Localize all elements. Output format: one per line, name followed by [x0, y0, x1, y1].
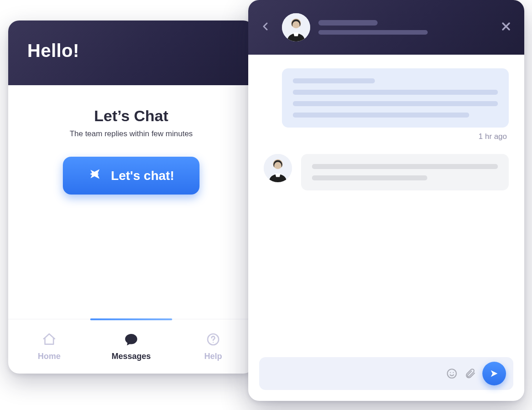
send-icon	[88, 168, 101, 184]
message-bubble	[301, 154, 509, 190]
emoji-button[interactable]	[446, 368, 458, 379]
text-skeleton	[312, 175, 427, 180]
svg-point-7	[450, 372, 451, 373]
nav-active-indicator	[90, 318, 172, 320]
chat-subtitle-skeleton	[318, 30, 428, 35]
svg-point-8	[453, 372, 454, 373]
nav-label: Help	[204, 352, 222, 361]
chat-bubble-icon	[124, 332, 138, 349]
attachment-button[interactable]	[464, 368, 476, 379]
svg-point-3	[213, 342, 214, 343]
welcome-body: Let’s Chat The team replies within few m…	[8, 85, 254, 319]
bottom-nav: Home Messages Help	[8, 319, 254, 374]
welcome-header: Hello!	[8, 20, 254, 85]
send-button[interactable]	[482, 362, 506, 385]
nav-item-help[interactable]: Help	[172, 319, 254, 374]
message-input[interactable]	[269, 369, 440, 378]
back-button[interactable]	[260, 21, 274, 34]
chat-window: 1 hr ago	[248, 0, 524, 401]
nav-label: Messages	[112, 352, 151, 361]
agent-avatar	[264, 154, 292, 182]
svg-point-6	[447, 369, 456, 378]
chat-header	[248, 0, 524, 55]
text-skeleton	[293, 101, 498, 106]
text-skeleton	[312, 164, 498, 169]
message-outgoing	[282, 68, 509, 128]
text-skeleton	[293, 113, 469, 118]
home-icon	[42, 332, 56, 349]
lets-chat-label: Let's chat!	[111, 169, 174, 183]
greeting-title: Hello!	[27, 41, 235, 61]
text-skeleton	[293, 90, 498, 95]
chat-title-block	[318, 20, 491, 35]
message-timestamp: 1 hr ago	[264, 132, 507, 141]
message-incoming	[264, 154, 509, 190]
text-skeleton	[293, 78, 375, 83]
chat-title-skeleton	[318, 20, 378, 26]
chat-body: 1 hr ago	[248, 55, 524, 351]
question-circle-icon	[206, 332, 220, 349]
agent-avatar	[282, 13, 310, 41]
nav-item-home[interactable]: Home	[8, 319, 90, 374]
nav-item-messages[interactable]: Messages	[90, 319, 172, 374]
welcome-card: Hello! Let’s Chat The team replies withi…	[8, 20, 254, 374]
close-button[interactable]	[500, 20, 512, 35]
nav-label: Home	[38, 352, 61, 361]
lets-chat-button[interactable]: Let's chat!	[63, 157, 200, 195]
message-bubble	[282, 68, 509, 128]
chat-input-bar	[259, 357, 513, 390]
chat-title: Let’s Chat	[26, 107, 236, 125]
chat-subtitle: The team replies within few minutes	[26, 129, 236, 138]
